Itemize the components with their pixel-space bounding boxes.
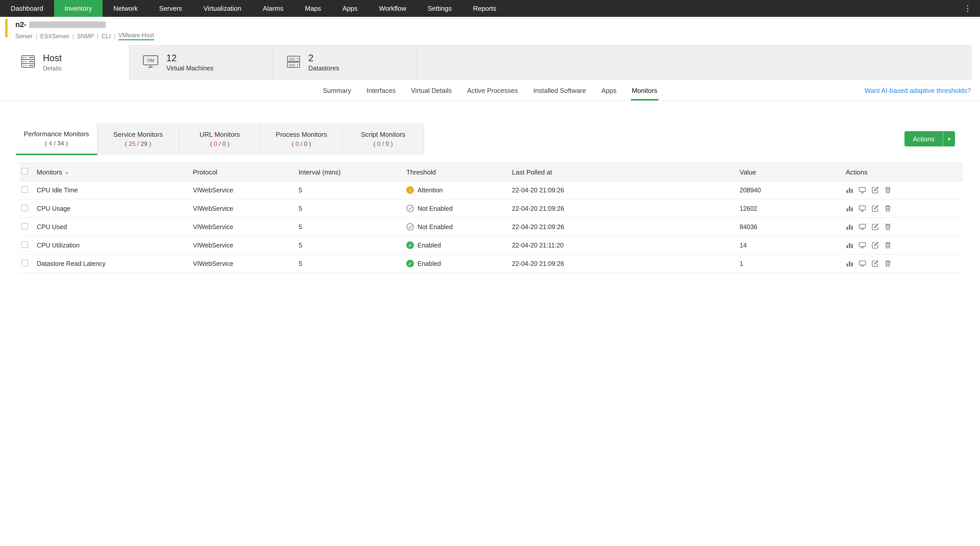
monitor-name: CPU Usage — [37, 205, 193, 212]
monitor-type-tabs: Performance Monitors( 4 / 34 )Service Mo… — [16, 123, 424, 155]
nav-item-workflow[interactable]: Workflow — [368, 0, 417, 17]
chart-icon[interactable] — [846, 260, 853, 267]
tab-counts: ( 0 / 0 ) — [373, 140, 393, 148]
datastore-count: 2 — [308, 53, 339, 64]
header-value[interactable]: Value — [740, 168, 846, 176]
header-monitors[interactable]: Monitors ▲ — [37, 168, 193, 176]
row-checkbox[interactable] — [21, 241, 28, 248]
delete-icon[interactable] — [884, 260, 892, 267]
select-all-checkbox[interactable] — [21, 168, 28, 175]
monitor-icon[interactable] — [859, 205, 866, 212]
threshold-status: Not Enabled — [406, 205, 512, 212]
app-window: DashboardInventoryNetworkServersVirtuali… — [0, 0, 980, 273]
tab-performance-monitors[interactable]: Performance Monitors( 4 / 34 ) — [16, 123, 97, 155]
delete-icon[interactable] — [884, 241, 892, 249]
threshold-status-label: Enabled — [417, 241, 441, 249]
table-row: CPU Idle TimeVIWebService5!Attention22-0… — [19, 181, 963, 200]
delete-icon[interactable] — [884, 186, 892, 194]
edit-icon[interactable] — [871, 241, 879, 249]
nav-item-maps[interactable]: Maps — [294, 0, 332, 17]
last-polled-at: 22-04-20 21:09:26 — [512, 187, 740, 194]
header-monitors-label: Monitors — [37, 168, 62, 176]
row-actions — [846, 205, 963, 212]
header-protocol[interactable]: Protocol — [193, 168, 299, 176]
delete-icon[interactable] — [884, 223, 892, 231]
subnav-item-apps[interactable]: Apps — [601, 80, 616, 100]
table-row: Datastore Read LatencyVIWebService5✓Enab… — [19, 255, 963, 273]
card-host-details[interactable]: Host Details — [8, 45, 130, 80]
monitor-protocol: VIWebService — [193, 187, 299, 194]
subnav-item-active-processes[interactable]: Active Processes — [467, 80, 518, 100]
threshold-status-label: Attention — [417, 187, 443, 194]
tab-counts: ( 25 / 29 ) — [125, 140, 151, 148]
tab-label: Performance Monitors — [24, 130, 89, 138]
actions-button-label: Actions — [905, 135, 943, 143]
sort-asc-icon[interactable]: ▲ — [65, 170, 69, 174]
row-actions — [846, 223, 963, 231]
edit-icon[interactable] — [871, 205, 879, 212]
actions-dropdown-caret-icon[interactable]: ▾ — [943, 136, 955, 141]
actions-button[interactable]: Actions ▾ — [905, 131, 955, 146]
chart-icon[interactable] — [846, 205, 853, 212]
ai-thresholds-link[interactable]: Want AI-based adaptive thresholds? — [864, 80, 971, 100]
meta-separator: | — [97, 33, 99, 39]
nav-item-inventory[interactable]: Inventory — [54, 0, 103, 17]
monitor-protocol: VIWebService — [193, 223, 299, 230]
nav-item-reports[interactable]: Reports — [463, 0, 507, 17]
nav-item-alarms[interactable]: Alarms — [252, 0, 294, 17]
edit-icon[interactable] — [871, 260, 879, 267]
tab-alert-count: 0 — [214, 140, 217, 148]
nav-item-virtualization[interactable]: Virtualization — [192, 0, 252, 17]
subnav-item-summary[interactable]: Summary — [323, 80, 351, 100]
summary-cards-strip: Host Details VM 12 Virtual Machines — [8, 45, 972, 80]
nav-item-settings[interactable]: Settings — [417, 0, 463, 17]
header-interval[interactable]: Interval (mins) — [299, 168, 406, 176]
subnav-item-interfaces[interactable]: Interfaces — [366, 80, 396, 100]
monitor-icon[interactable] — [859, 186, 866, 194]
tab-label: Script Monitors — [361, 131, 405, 138]
nav-item-servers[interactable]: Servers — [148, 0, 193, 17]
tab-url-monitors[interactable]: URL Monitors( 0 / 0 ) — [179, 123, 261, 155]
edit-icon[interactable] — [871, 186, 879, 194]
monitor-interval: 5 — [299, 260, 406, 267]
top-navbar: DashboardInventoryNetworkServersVirtuali… — [0, 0, 980, 17]
row-checkbox[interactable] — [21, 259, 28, 266]
chart-icon[interactable] — [846, 186, 853, 194]
monitor-icon[interactable] — [859, 223, 866, 231]
tab-alert-count: 0 — [296, 140, 299, 148]
monitor-name: CPU Utilization — [37, 241, 193, 249]
host-card-subtitle: Details — [43, 65, 62, 72]
tab-alert-count: 4 — [49, 140, 52, 147]
chart-icon[interactable] — [846, 223, 853, 231]
tab-service-monitors[interactable]: Service Monitors( 25 / 29 ) — [97, 123, 179, 155]
card-virtual-machines[interactable]: VM 12 Virtual Machines — [130, 45, 274, 80]
tab-label: Process Monitors — [276, 131, 327, 138]
nav-item-network[interactable]: Network — [103, 0, 148, 17]
card-datastores[interactable]: SSD HDD 2 Datastores — [274, 45, 417, 80]
row-checkbox[interactable] — [21, 223, 28, 229]
nav-item-dashboard[interactable]: Dashboard — [0, 0, 54, 17]
subnav-item-installed-software[interactable]: Installed Software — [533, 80, 586, 100]
chart-icon[interactable] — [846, 241, 853, 249]
monitor-icon[interactable] — [859, 241, 866, 249]
subnav-item-virtual-details[interactable]: Virtual Details — [411, 80, 452, 100]
tab-process-monitors[interactable]: Process Monitors( 0 / 0 ) — [261, 123, 342, 155]
row-checkbox[interactable] — [21, 204, 28, 211]
monitor-name: CPU Idle Time — [37, 187, 193, 194]
header-last-polled[interactable]: Last Polled at — [512, 168, 740, 176]
edit-icon[interactable] — [871, 223, 879, 231]
nav-item-apps[interactable]: Apps — [332, 0, 368, 17]
monitor-tabs-row: Performance Monitors( 4 / 34 )Service Mo… — [16, 123, 964, 155]
delete-icon[interactable] — [884, 205, 892, 212]
device-name-row: n2- — [15, 21, 980, 29]
monitor-icon[interactable] — [859, 260, 866, 267]
subnav-item-monitors[interactable]: Monitors — [632, 80, 657, 100]
row-checkbox[interactable] — [21, 186, 28, 193]
monitor-name: Datastore Read Latency — [37, 260, 193, 267]
monitor-value: 84036 — [740, 223, 846, 230]
header-threshold[interactable]: Threshold — [406, 168, 512, 176]
tab-script-monitors[interactable]: Script Monitors( 0 / 0 ) — [342, 123, 424, 155]
more-menu-icon[interactable]: ⋮ — [956, 0, 980, 17]
table-header-row: Monitors ▲ Protocol Interval (mins) Thre… — [19, 163, 963, 181]
monitor-interval: 5 — [299, 205, 406, 212]
